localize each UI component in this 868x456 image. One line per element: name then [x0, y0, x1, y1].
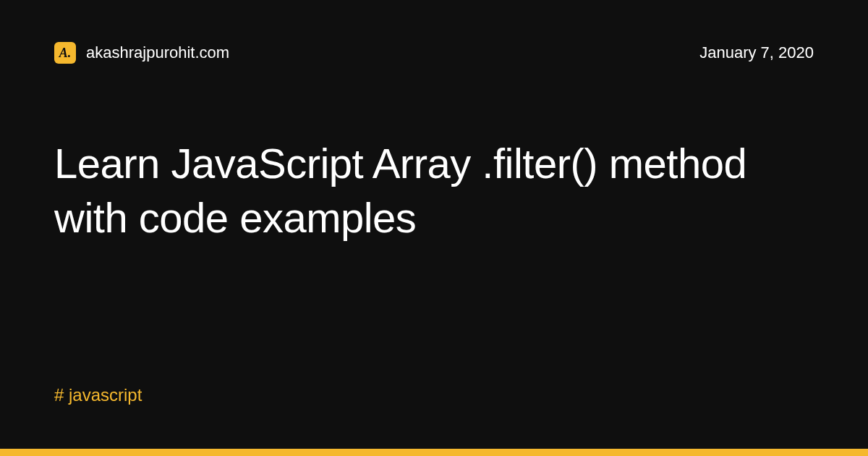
logo-icon: A. — [54, 42, 76, 64]
brand: A. akashrajpurohit.com — [54, 42, 229, 64]
tag-javascript: # javascript — [54, 385, 142, 405]
card-container: A. akashrajpurohit.com January 7, 2020 L… — [0, 0, 868, 456]
accent-bar — [0, 449, 868, 456]
header: A. akashrajpurohit.com January 7, 2020 — [54, 42, 814, 64]
tags-container: # javascript — [54, 385, 814, 405]
publish-date: January 7, 2020 — [699, 43, 814, 62]
article-title: Learn JavaScript Array .filter() method … — [54, 136, 814, 245]
domain-text: akashrajpurohit.com — [86, 43, 229, 62]
